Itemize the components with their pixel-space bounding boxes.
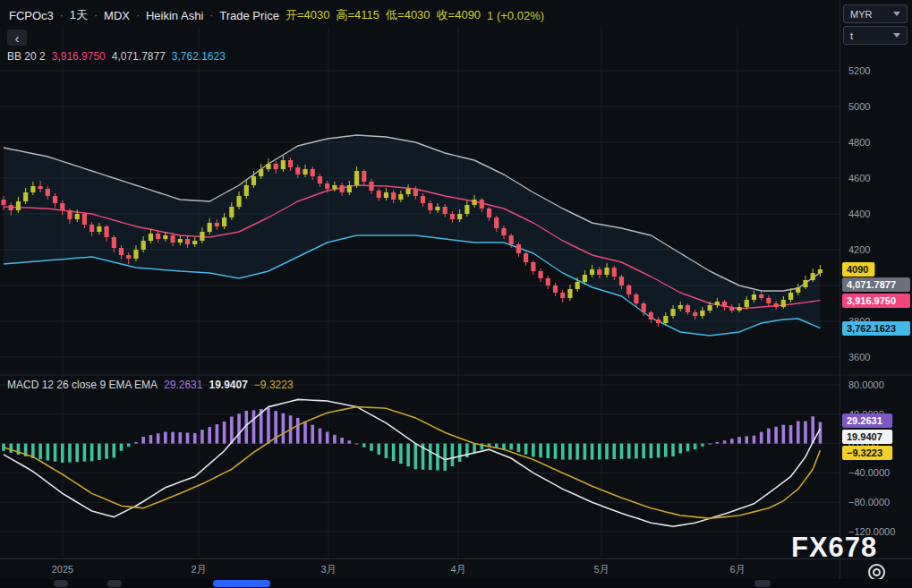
svg-text:−9.3223: −9.3223 bbox=[847, 447, 882, 458]
separator-dot: · bbox=[60, 9, 64, 21]
separator-dot: · bbox=[136, 9, 140, 21]
bb-basis-value: 3,916.9750 bbox=[52, 50, 106, 63]
fx678-watermark: FX678 bbox=[791, 532, 877, 564]
svg-text:−40.0000: −40.0000 bbox=[848, 467, 890, 478]
svg-text:29.2631: 29.2631 bbox=[847, 415, 882, 426]
svg-text:4月: 4月 bbox=[450, 564, 465, 575]
svg-text:5月: 5月 bbox=[593, 564, 609, 575]
svg-text:4600: 4600 bbox=[848, 173, 870, 183]
exchange-label: MDX bbox=[104, 9, 130, 22]
svg-text:80.0000: 80.0000 bbox=[848, 379, 884, 390]
interval-label[interactable]: 1天 bbox=[70, 7, 88, 23]
svg-text:5200: 5200 bbox=[848, 65, 870, 76]
watermark-logo-inner-ring bbox=[873, 568, 881, 576]
bb-upper-value: 4,071.7877 bbox=[112, 50, 166, 63]
chart-type-label[interactable]: Heikin Ashi bbox=[146, 9, 203, 22]
scrollbar-thumb-active[interactable] bbox=[213, 580, 270, 587]
macd-histogram-value: 29.2631 bbox=[164, 379, 202, 391]
svg-text:3,762.1623: 3,762.1623 bbox=[847, 323, 896, 334]
ohlc-low-value: 低=4030 bbox=[386, 7, 430, 23]
svg-text:6月: 6月 bbox=[729, 564, 745, 575]
ohlc-open-value: 开=4030 bbox=[286, 7, 330, 23]
chart-canvas[interactable]: 52005000480046004400420040003800360080.0… bbox=[0, 0, 912, 588]
svg-text:4090: 4090 bbox=[847, 264, 868, 275]
scrollbar-segment[interactable] bbox=[754, 580, 771, 587]
macd-signal-value: −9.3223 bbox=[254, 379, 294, 391]
svg-text:4,071.7877: 4,071.7877 bbox=[847, 279, 896, 290]
separator-dot: · bbox=[94, 9, 98, 21]
separator-dot: · bbox=[209, 9, 213, 21]
svg-text:2月: 2月 bbox=[191, 564, 206, 575]
scrollbar-segment[interactable] bbox=[54, 580, 68, 587]
symbol-name[interactable]: FCPOc3 bbox=[9, 9, 54, 22]
svg-text:3月: 3月 bbox=[320, 564, 336, 575]
bottom-scrollbar[interactable] bbox=[0, 579, 912, 588]
chevron-left-icon: ‹ bbox=[15, 31, 20, 45]
price-source-label: Trade Price bbox=[219, 9, 279, 22]
bb-indicator-title[interactable]: BB 20 2 bbox=[7, 50, 46, 63]
svg-text:5000: 5000 bbox=[848, 101, 870, 112]
svg-text:4400: 4400 bbox=[848, 209, 870, 219]
svg-text:4800: 4800 bbox=[848, 137, 870, 148]
bb-lower-value: 3,762.1623 bbox=[172, 50, 226, 63]
symbol-legend-row: FCPOc3 · 1天 · MDX · Heikin Ashi · Trade … bbox=[9, 7, 544, 23]
macd-indicator-title[interactable]: MACD 12 26 close 9 EMA EMA bbox=[7, 379, 158, 391]
trading-chart-app: 52005000480046004400420040003800360080.0… bbox=[0, 0, 912, 588]
back-button[interactable]: ‹ bbox=[7, 30, 27, 46]
unit-select[interactable]: t bbox=[843, 26, 908, 45]
svg-text:3,916.9750: 3,916.9750 bbox=[847, 295, 896, 306]
macd-line-value: 19.9407 bbox=[209, 379, 247, 391]
svg-text:19.9407: 19.9407 bbox=[847, 431, 882, 442]
ohlc-close-value: 收=4090 bbox=[437, 7, 482, 23]
unit-value: t bbox=[850, 30, 853, 41]
chevron-down-icon bbox=[893, 12, 900, 16]
svg-text:2025: 2025 bbox=[52, 564, 73, 575]
svg-text:4200: 4200 bbox=[848, 244, 870, 255]
svg-text:3600: 3600 bbox=[848, 352, 870, 362]
svg-text:−80.0000: −80.0000 bbox=[848, 497, 890, 507]
macd-legend-row: MACD 12 26 close 9 EMA EMA 29.2631 19.94… bbox=[7, 379, 294, 391]
change-percent-label: 1 (+0.02%) bbox=[487, 9, 544, 22]
ohlc-high-value: 高=4115 bbox=[337, 7, 380, 23]
currency-select[interactable]: MYR bbox=[843, 4, 908, 23]
bb-legend-row: BB 20 2 3,916.9750 4,071.7877 3,762.1623 bbox=[7, 50, 226, 63]
scrollbar-segment[interactable] bbox=[107, 580, 122, 587]
currency-value: MYR bbox=[850, 9, 872, 20]
chevron-down-icon bbox=[893, 33, 900, 38]
